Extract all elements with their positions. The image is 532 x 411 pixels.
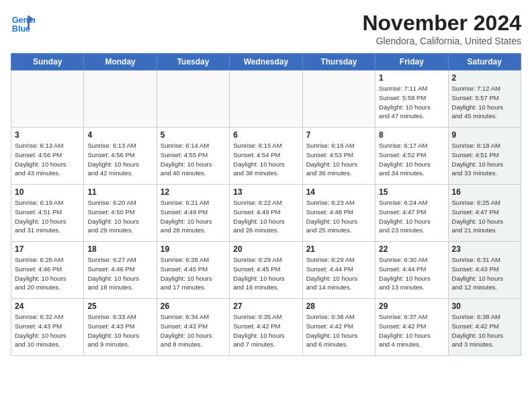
calendar-cell: 30Sunrise: 6:38 AM Sunset: 4:42 PM Dayli… [448, 299, 521, 356]
calendar-cell: 15Sunrise: 6:24 AM Sunset: 4:47 PM Dayli… [375, 185, 448, 242]
day-info: Sunrise: 6:19 AM Sunset: 4:51 PM Dayligh… [15, 198, 80, 235]
calendar-cell: 11Sunrise: 6:20 AM Sunset: 4:50 PM Dayli… [84, 185, 157, 242]
calendar-cell: 2Sunrise: 7:12 AM Sunset: 5:57 PM Daylig… [448, 71, 521, 128]
day-number: 5 [161, 130, 226, 140]
svg-text:Blue: Blue [12, 24, 30, 34]
calendar-cell: 9Sunrise: 6:18 AM Sunset: 4:51 PM Daylig… [448, 128, 521, 185]
calendar-cell: 27Sunrise: 6:35 AM Sunset: 4:42 PM Dayli… [230, 299, 302, 356]
day-number: 8 [379, 130, 444, 140]
day-info: Sunrise: 6:34 AM Sunset: 4:42 PM Dayligh… [161, 312, 226, 349]
day-info: Sunrise: 6:36 AM Sunset: 4:42 PM Dayligh… [306, 312, 371, 349]
calendar-cell: 23Sunrise: 6:31 AM Sunset: 4:43 PM Dayli… [448, 242, 521, 299]
week-row-5: 24Sunrise: 6:32 AM Sunset: 4:43 PM Dayli… [11, 299, 521, 356]
weekday-header-saturday: Saturday [448, 54, 521, 71]
location-title: Glendora, California, United States [362, 36, 521, 46]
svg-rect-3 [28, 15, 30, 29]
calendar-cell: 13Sunrise: 6:22 AM Sunset: 4:49 PM Dayli… [230, 185, 302, 242]
day-number: 22 [379, 244, 444, 254]
calendar-cell: 25Sunrise: 6:33 AM Sunset: 4:43 PM Dayli… [84, 299, 157, 356]
day-number: 14 [306, 187, 371, 197]
day-number: 15 [379, 187, 444, 197]
day-number: 24 [15, 302, 80, 311]
calendar-cell [11, 71, 84, 128]
calendar-cell: 18Sunrise: 6:27 AM Sunset: 4:46 PM Dayli… [84, 242, 157, 299]
day-info: Sunrise: 6:38 AM Sunset: 4:42 PM Dayligh… [452, 312, 517, 349]
day-info: Sunrise: 6:13 AM Sunset: 4:56 PM Dayligh… [87, 141, 152, 178]
title-area: November 2024 Glendora, California, Unit… [362, 11, 521, 46]
day-number: 7 [306, 130, 371, 140]
calendar-cell: 14Sunrise: 6:23 AM Sunset: 4:48 PM Dayli… [302, 185, 375, 242]
calendar-cell: 6Sunrise: 6:15 AM Sunset: 4:54 PM Daylig… [230, 128, 302, 185]
calendar-cell: 17Sunrise: 6:26 AM Sunset: 4:46 PM Dayli… [11, 242, 84, 299]
calendar-table: SundayMondayTuesdayWednesdayThursdayFrid… [11, 53, 521, 356]
day-info: Sunrise: 6:15 AM Sunset: 4:54 PM Dayligh… [233, 141, 298, 178]
day-number: 2 [452, 73, 517, 83]
calendar-cell: 20Sunrise: 6:29 AM Sunset: 4:45 PM Dayli… [230, 242, 302, 299]
calendar-cell: 4Sunrise: 6:13 AM Sunset: 4:56 PM Daylig… [84, 128, 157, 185]
day-number: 19 [161, 244, 226, 254]
day-info: Sunrise: 6:29 AM Sunset: 4:45 PM Dayligh… [233, 255, 298, 292]
calendar-cell: 16Sunrise: 6:25 AM Sunset: 4:47 PM Dayli… [448, 185, 521, 242]
calendar-cell: 19Sunrise: 6:28 AM Sunset: 4:45 PM Dayli… [157, 242, 229, 299]
day-number: 11 [87, 187, 152, 197]
day-info: Sunrise: 6:13 AM Sunset: 4:56 PM Dayligh… [15, 141, 80, 178]
day-info: Sunrise: 6:32 AM Sunset: 4:43 PM Dayligh… [15, 312, 80, 349]
calendar-cell: 21Sunrise: 6:29 AM Sunset: 4:44 PM Dayli… [302, 242, 375, 299]
day-number: 13 [233, 187, 298, 197]
calendar-cell [302, 71, 375, 128]
calendar-cell: 8Sunrise: 6:17 AM Sunset: 4:52 PM Daylig… [375, 128, 448, 185]
calendar-cell [157, 71, 229, 128]
day-number: 17 [15, 244, 80, 254]
calendar-cell: 26Sunrise: 6:34 AM Sunset: 4:42 PM Dayli… [157, 299, 229, 356]
calendar-cell: 12Sunrise: 6:21 AM Sunset: 4:49 PM Dayli… [157, 185, 229, 242]
week-row-3: 10Sunrise: 6:19 AM Sunset: 4:51 PM Dayli… [11, 185, 521, 242]
day-number: 29 [379, 302, 444, 311]
calendar-cell: 7Sunrise: 6:16 AM Sunset: 4:53 PM Daylig… [302, 128, 375, 185]
calendar-cell [84, 71, 157, 128]
day-info: Sunrise: 6:22 AM Sunset: 4:49 PM Dayligh… [233, 198, 298, 235]
day-info: Sunrise: 6:26 AM Sunset: 4:46 PM Dayligh… [15, 255, 80, 292]
week-row-4: 17Sunrise: 6:26 AM Sunset: 4:46 PM Dayli… [11, 242, 521, 299]
day-number: 6 [233, 130, 298, 140]
day-info: Sunrise: 6:33 AM Sunset: 4:43 PM Dayligh… [87, 312, 152, 349]
day-info: Sunrise: 6:30 AM Sunset: 4:44 PM Dayligh… [379, 255, 444, 292]
day-number: 1 [379, 73, 444, 83]
day-info: Sunrise: 6:27 AM Sunset: 4:46 PM Dayligh… [87, 255, 152, 292]
day-number: 26 [161, 302, 226, 311]
day-info: Sunrise: 6:18 AM Sunset: 4:51 PM Dayligh… [452, 141, 517, 178]
day-info: Sunrise: 6:25 AM Sunset: 4:47 PM Dayligh… [452, 198, 517, 235]
day-info: Sunrise: 7:11 AM Sunset: 5:58 PM Dayligh… [379, 84, 444, 121]
day-info: Sunrise: 6:14 AM Sunset: 4:55 PM Dayligh… [161, 141, 226, 178]
day-number: 4 [87, 130, 152, 140]
header: General Blue November 2024 Glendora, Cal… [11, 11, 521, 46]
day-info: Sunrise: 6:20 AM Sunset: 4:50 PM Dayligh… [87, 198, 152, 235]
calendar-cell: 28Sunrise: 6:36 AM Sunset: 4:42 PM Dayli… [302, 299, 375, 356]
weekday-header-friday: Friday [375, 54, 448, 71]
weekday-header-tuesday: Tuesday [157, 54, 229, 71]
calendar-cell: 22Sunrise: 6:30 AM Sunset: 4:44 PM Dayli… [375, 242, 448, 299]
day-number: 23 [452, 244, 517, 254]
week-row-2: 3Sunrise: 6:13 AM Sunset: 4:56 PM Daylig… [11, 128, 521, 185]
day-number: 30 [452, 302, 517, 311]
calendar-cell: 1Sunrise: 7:11 AM Sunset: 5:58 PM Daylig… [375, 71, 448, 128]
day-number: 20 [233, 244, 298, 254]
day-number: 25 [87, 302, 152, 311]
weekday-header-row: SundayMondayTuesdayWednesdayThursdayFrid… [11, 54, 521, 71]
day-number: 27 [233, 302, 298, 311]
calendar-cell: 3Sunrise: 6:13 AM Sunset: 4:56 PM Daylig… [11, 128, 84, 185]
day-info: Sunrise: 6:31 AM Sunset: 4:43 PM Dayligh… [452, 255, 517, 292]
weekday-header-sunday: Sunday [11, 54, 84, 71]
weekday-header-thursday: Thursday [302, 54, 375, 71]
day-number: 10 [15, 187, 80, 197]
week-row-1: 1Sunrise: 7:11 AM Sunset: 5:58 PM Daylig… [11, 71, 521, 128]
day-info: Sunrise: 6:23 AM Sunset: 4:48 PM Dayligh… [306, 198, 371, 235]
day-info: Sunrise: 6:28 AM Sunset: 4:45 PM Dayligh… [161, 255, 226, 292]
day-info: Sunrise: 7:12 AM Sunset: 5:57 PM Dayligh… [452, 84, 517, 121]
calendar-cell: 24Sunrise: 6:32 AM Sunset: 4:43 PM Dayli… [11, 299, 84, 356]
day-number: 21 [306, 244, 371, 254]
day-number: 12 [161, 187, 226, 197]
calendar-cell [230, 71, 302, 128]
calendar-cell: 10Sunrise: 6:19 AM Sunset: 4:51 PM Dayli… [11, 185, 84, 242]
month-title: November 2024 [362, 11, 521, 36]
day-info: Sunrise: 6:29 AM Sunset: 4:44 PM Dayligh… [306, 255, 371, 292]
